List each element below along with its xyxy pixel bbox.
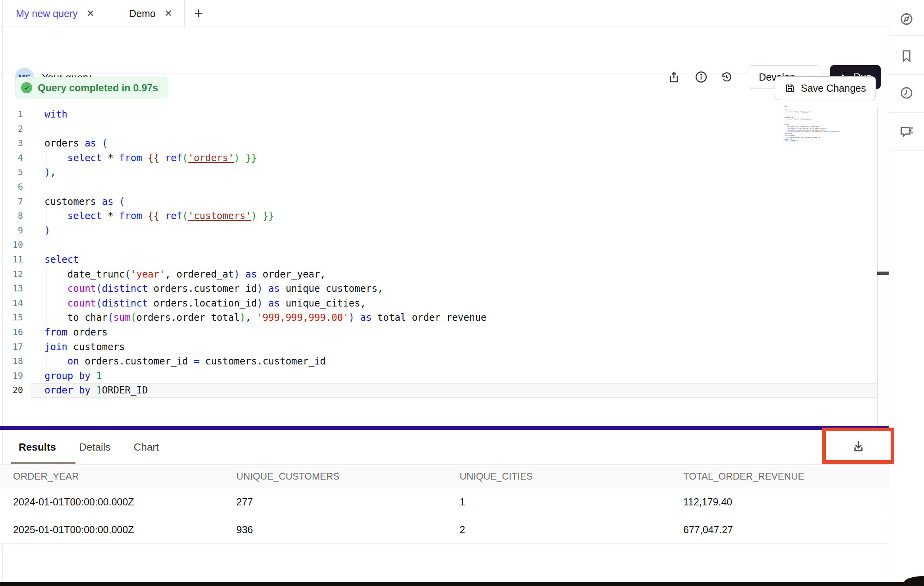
editor-minimap[interactable]: withorders as ( select * from {{ ref('or… <box>785 106 850 145</box>
compass-icon <box>899 12 914 27</box>
sql-editor[interactable]: 1with23orders as (4 select * from {{ ref… <box>0 107 889 426</box>
table-row: 2024-01-01T00:00:00.000Z2771112,179.40 <box>0 488 889 516</box>
code-line: order by 1ORDER_ID <box>785 140 850 142</box>
tab-chart[interactable]: Chart <box>133 441 159 453</box>
tab-results[interactable]: Results <box>19 441 56 453</box>
tab-my-new-query[interactable]: My new query ✕ <box>0 0 113 27</box>
tab-details[interactable]: Details <box>79 441 110 453</box>
code-line: 9) <box>0 224 889 238</box>
share-button[interactable] <box>666 70 680 84</box>
code-line: 20order by 1ORDER_ID <box>0 383 889 398</box>
tab-label: My new query <box>16 8 78 19</box>
app-window: My new query ✕ Demo ✕ + MS Your query <box>0 0 924 586</box>
table-cell: 936 <box>223 524 447 536</box>
annotation-highlight-box <box>822 428 894 464</box>
check-circle-icon <box>21 82 32 93</box>
info-icon <box>694 70 708 84</box>
close-icon[interactable]: ✕ <box>87 8 95 19</box>
results-tab-bar: Results Details Chart <box>0 430 889 465</box>
code-line: 10 <box>0 238 889 253</box>
table-body: 2024-01-01T00:00:00.000Z2771112,179.4020… <box>0 488 889 544</box>
bookmark-icon <box>899 49 914 63</box>
download-results-button[interactable] <box>851 438 866 453</box>
code-line: 17join customers <box>0 340 889 355</box>
info-button[interactable] <box>694 70 708 84</box>
right-sidebar <box>889 0 924 586</box>
column-header: ORDER_YEAR <box>0 471 223 482</box>
code-line: 4 select * from {{ ref('orders') }} <box>0 151 889 166</box>
save-icon <box>785 83 795 94</box>
save-label: Save Changes <box>801 83 866 94</box>
divider <box>889 35 924 36</box>
code-line: 1with <box>0 107 889 122</box>
code-line: 5), <box>0 165 889 180</box>
code-line: 18 on orders.customer_id = customers.cus… <box>0 354 889 369</box>
code-line: 19group by 1 <box>0 369 889 384</box>
minimap-code: withorders as ( select * from {{ ref('or… <box>785 106 850 142</box>
share-icon <box>667 70 680 84</box>
code-line: 13 count(distinct orders.customer_id) as… <box>0 281 889 296</box>
results-table: ORDER_YEARUNIQUE_CUSTOMERSUNIQUE_CITIEST… <box>0 465 889 544</box>
clock-icon <box>899 85 914 100</box>
column-header: UNIQUE_CITIES <box>447 471 670 482</box>
save-changes-button[interactable]: Save Changes <box>775 76 876 100</box>
code-line: 7customers as ( <box>0 195 889 209</box>
tab-bar: My new query ✕ Demo ✕ + <box>0 0 889 27</box>
download-icon <box>851 438 866 453</box>
code-line: 15 to_char(sum(orders.order_total), '999… <box>0 310 889 325</box>
tab-demo[interactable]: Demo ✕ <box>113 0 185 27</box>
editor-gutter-divider <box>877 107 878 426</box>
chat-sparkles-icon <box>899 124 914 140</box>
scrollbar-handle[interactable] <box>877 272 889 275</box>
code-line: 8 select * from {{ ref('customers') }} <box>0 209 889 224</box>
code-line: 11select <box>0 253 889 267</box>
divider <box>889 150 924 151</box>
query-status-badge: Query completed in 0.97s <box>15 77 168 98</box>
table-row: 2025-01-01T00:00:00.000Z9362677,047.27 <box>0 516 889 544</box>
explore-button[interactable] <box>889 0 924 38</box>
code-line: 14 count(distinct orders.location_id) as… <box>0 296 889 311</box>
table-cell: 2 <box>447 524 670 536</box>
history-icon <box>720 70 733 84</box>
bookmarks-button[interactable] <box>889 37 924 75</box>
panel-splitter[interactable] <box>0 426 889 430</box>
code-line: 2 <box>0 122 889 137</box>
tab-label: Demo <box>129 8 156 19</box>
code-line: 6 <box>0 180 889 195</box>
status-text: Query completed in 0.97s <box>38 82 158 94</box>
code-lines: 1with23orders as (4 select * from {{ ref… <box>0 107 889 398</box>
code-line: 3orders as ( <box>0 136 889 151</box>
ai-assistant-button[interactable] <box>889 113 924 150</box>
close-icon[interactable]: ✕ <box>164 8 172 19</box>
table-cell: 2025-01-01T00:00:00.000Z <box>0 524 223 536</box>
active-tab-underline <box>11 462 75 464</box>
query-header: MS Your query Develop Run <box>0 27 889 73</box>
new-tab-button[interactable]: + <box>185 0 213 27</box>
column-header: TOTAL_ORDER_REVENUE <box>670 471 889 482</box>
column-header: UNIQUE_CUSTOMERS <box>223 471 447 482</box>
history-panel-button[interactable] <box>889 74 924 112</box>
table-cell: 1 <box>447 496 670 508</box>
code-line: 16from orders <box>0 325 889 340</box>
table-header-row: ORDER_YEARUNIQUE_CUSTOMERSUNIQUE_CITIEST… <box>0 465 889 488</box>
screen-bottom-edge <box>0 582 924 586</box>
table-cell: 277 <box>223 496 447 508</box>
history-button[interactable] <box>719 70 734 84</box>
table-cell: 677,047.27 <box>670 524 889 536</box>
table-cell: 112,179.40 <box>670 496 889 508</box>
table-cell: 2024-01-01T00:00:00.000Z <box>0 496 223 508</box>
code-line: 12 date_trunc('year', ordered_at) as ord… <box>0 267 889 282</box>
